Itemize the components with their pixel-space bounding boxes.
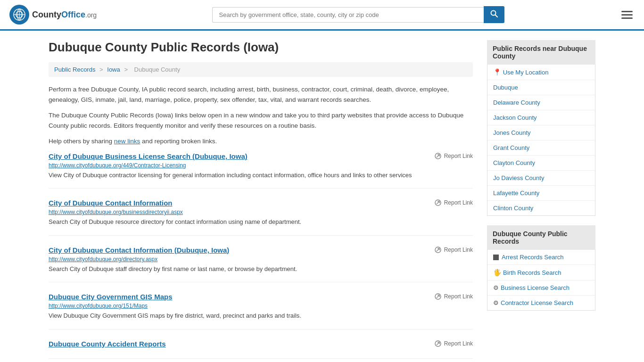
breadcrumb-county: Dubuque County [134, 66, 181, 73]
use-location-label: Use My Location [503, 69, 549, 76]
sidebar-records-header: Dubuque County Public Records [487, 225, 595, 250]
record-title-3[interactable]: Dubuque City Government GIS Maps [49, 293, 173, 301]
svg-line-8 [437, 155, 439, 157]
menu-button[interactable] [619, 9, 635, 21]
use-location-link[interactable]: 📍 Use My Location [487, 65, 595, 80]
sidebar-nearby-list: 📍 Use My Location Dubuque Delaware Count… [487, 65, 595, 216]
breadcrumb-state[interactable]: Iowa [107, 66, 120, 73]
record-title-2[interactable]: City of Dubuque Contact Information (Dub… [49, 246, 229, 254]
report-link-btn-4[interactable]: Report Link [434, 340, 473, 347]
sidebar-item-business[interactable]: ⚙ Business License Search [487, 280, 595, 296]
sidebar-label-business: Business License Search [501, 284, 570, 291]
page-title: Dubuque County Public Records (Iowa) [49, 40, 473, 55]
sidebar-link-arrest[interactable]: Arrest Records Search [487, 250, 595, 264]
sidebar-link-birth[interactable]: 🖐 Birth Records Search [487, 265, 595, 280]
gear-icon-business: ⚙ [493, 284, 499, 291]
report-icon-1 [434, 199, 442, 206]
sidebar-link-clinton[interactable]: Clinton County [487, 201, 595, 215]
intro3-post: and reporting broken links. [140, 138, 217, 145]
sidebar-item-delaware[interactable]: Delaware County [487, 95, 595, 110]
record-url-3[interactable]: http://www.cityofdubuque.org/151/Maps [49, 303, 473, 309]
sidebar-link-delaware[interactable]: Delaware County [487, 95, 595, 110]
sidebar-link-grant[interactable]: Grant County [487, 140, 595, 155]
sidebar-item-jones[interactable]: Jones County [487, 125, 595, 140]
sidebar-link-jones[interactable]: Jones County [487, 125, 595, 140]
sidebar: Public Records near Dubuque County 📍 Use… [487, 40, 595, 362]
svg-line-16 [437, 248, 439, 251]
sidebar-item-grant[interactable]: Grant County [487, 140, 595, 156]
sidebar-item-jackson[interactable]: Jackson County [487, 110, 595, 125]
report-label-3: Report Link [444, 293, 473, 300]
record-url-0[interactable]: http://www.cityofdubuque.org/449/Contrac… [49, 162, 473, 169]
sidebar-link-jodaviess[interactable]: Jo Daviess County [487, 171, 595, 185]
sidebar-item-clayton[interactable]: Clayton County [487, 156, 595, 171]
sidebar-item-arrest[interactable]: Arrest Records Search [487, 250, 595, 265]
record-title-1[interactable]: City of Dubuque Contact Information [49, 199, 172, 207]
sidebar-records-list: Arrest Records Search 🖐 Birth Records Se… [487, 250, 595, 311]
intro-text-3: Help others by sharing new links and rep… [49, 136, 473, 147]
logo-text: CountyOffice.org [32, 10, 97, 20]
sidebar-item-clinton[interactable]: Clinton County [487, 201, 595, 215]
breadcrumb-sep2: > [124, 66, 129, 73]
breadcrumb-sep1: > [99, 66, 105, 73]
record-header-2: City of Dubuque Contact Information (Dub… [49, 246, 473, 254]
new-links-link[interactable]: new links [114, 138, 140, 145]
breadcrumb: Public Records > Iowa > Dubuque County [49, 62, 473, 77]
records-list: City of Dubuque Business License Search … [49, 152, 473, 359]
sidebar-item-lafayette[interactable]: Lafayette County [487, 186, 595, 201]
record-entry-1: City of Dubuque Contact Information Repo… [49, 199, 473, 236]
sidebar-records-section: Dubuque County Public Records Arrest Rec… [487, 225, 595, 311]
report-icon-3 [434, 293, 442, 300]
intro3-pre: Help others by sharing [49, 138, 114, 145]
report-label-2: Report Link [444, 247, 473, 253]
report-label-4: Report Link [444, 340, 473, 347]
report-label-1: Report Link [444, 199, 473, 206]
report-link-btn-2[interactable]: Report Link [434, 246, 473, 254]
sidebar-item-jodaviess[interactable]: Jo Daviess County [487, 171, 595, 186]
sidebar-link-dubuque[interactable]: Dubuque [487, 80, 595, 95]
search-input[interactable] [212, 7, 484, 23]
menu-bar-2 [621, 14, 633, 16]
record-entry-0: City of Dubuque Business License Search … [49, 152, 473, 189]
breadcrumb-home[interactable]: Public Records [54, 66, 95, 73]
sidebar-link-lafayette[interactable]: Lafayette County [487, 186, 595, 200]
record-desc-2: Search City of Dubuque staff directory b… [49, 264, 473, 274]
record-title-0[interactable]: City of Dubuque Business License Search … [49, 152, 248, 160]
search-button[interactable] [484, 6, 504, 23]
record-title-4[interactable]: Dubuque County Accident Reports [49, 340, 166, 348]
report-icon-2 [434, 246, 442, 254]
menu-bar-3 [621, 17, 633, 19]
sidebar-item-contractor[interactable]: ⚙ Contractor License Search [487, 296, 595, 310]
record-entry-4: Dubuque County Accident Reports Report L… [49, 340, 473, 359]
gear-icon-contractor: ⚙ [493, 299, 499, 306]
record-desc-0: View City of Dubuque contractor licensin… [49, 171, 473, 180]
sidebar-link-jackson[interactable]: Jackson County [487, 110, 595, 125]
record-header-1: City of Dubuque Contact Information Repo… [49, 199, 473, 207]
square-icon-arrest [493, 255, 499, 260]
sidebar-use-location[interactable]: 📍 Use My Location [487, 65, 595, 80]
record-desc-1: Search City of Dubuque resource director… [49, 217, 473, 227]
pin-icon: 📍 [493, 68, 501, 76]
record-url-2[interactable]: http://www.cityofdubuque.org/directory.a… [49, 256, 473, 263]
record-header-3: Dubuque City Government GIS Maps Report … [49, 293, 473, 301]
record-header-0: City of Dubuque Business License Search … [49, 152, 473, 160]
sidebar-link-business[interactable]: ⚙ Business License Search [487, 280, 595, 295]
sidebar-item-birth[interactable]: 🖐 Birth Records Search [487, 265, 595, 280]
report-link-btn-0[interactable]: Report Link [434, 152, 473, 160]
report-link-btn-1[interactable]: Report Link [434, 199, 473, 206]
logo-area: CountyOffice.org [9, 5, 97, 25]
report-link-btn-3[interactable]: Report Link [434, 293, 473, 300]
svg-line-12 [437, 201, 439, 204]
sidebar-item-dubuque[interactable]: Dubuque [487, 80, 595, 95]
person-icon-birth: 🖐 [493, 269, 501, 276]
intro-text-1: Perform a free Dubuque County, IA public… [49, 84, 473, 105]
sidebar-nearby-section: Public Records near Dubuque County 📍 Use… [487, 40, 595, 216]
record-desc-3: View Dubuque City Government GIS maps by… [49, 311, 473, 321]
main-container: Dubuque County Public Records (Iowa) Pub… [39, 31, 605, 362]
sidebar-link-clayton[interactable]: Clayton County [487, 156, 595, 170]
report-icon-4 [434, 340, 442, 347]
search-area [212, 6, 504, 23]
report-icon-0 [434, 152, 442, 160]
record-url-1[interactable]: http://www.cityofdubuque.org/businessdir… [49, 209, 473, 215]
sidebar-link-contractor[interactable]: ⚙ Contractor License Search [487, 296, 595, 310]
